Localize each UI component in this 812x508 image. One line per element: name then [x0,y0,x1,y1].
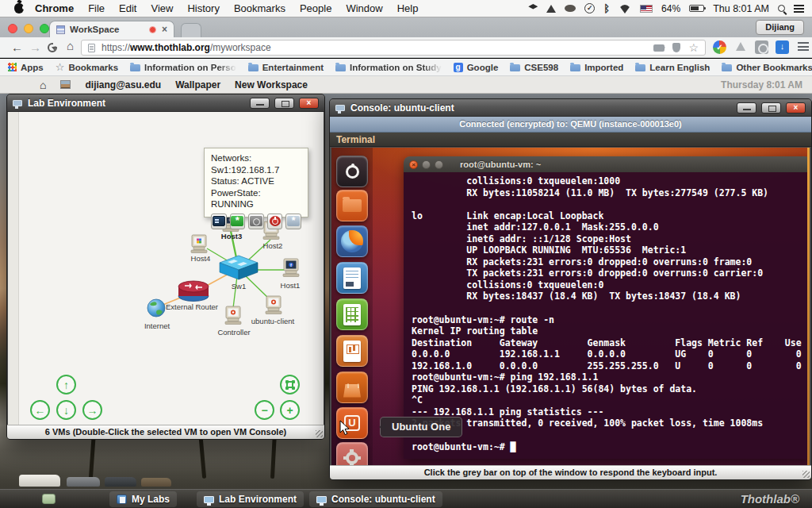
vnc-viewport[interactable]: U × root@ubuntu-vm: ~ collisions:0 txque… [331,148,810,465]
window-zoom-button[interactable] [40,24,49,33]
lab-window-titlebar[interactable]: Lab Environment × [7,94,324,112]
bookmark-star-icon[interactable]: ☆ [688,42,699,53]
terminal-titlebar[interactable]: × root@ubuntu-vm: ~ [404,156,810,172]
bookmark-folder-entertainment[interactable]: Entertainment [248,63,324,72]
firefox-icon[interactable] [336,225,368,257]
lab-maximize-button[interactable] [274,98,294,109]
bookmark-folder-learn-english[interactable]: Learn English [635,63,710,72]
address-bar[interactable]: https://www.thothlab.org/myworkspace ☆ [81,40,706,56]
lab-minimize-button[interactable] [250,98,270,109]
software-center-icon[interactable] [336,371,368,403]
apple-menu-icon[interactable] [14,3,24,13]
chrome-menu-icon[interactable] [798,42,809,51]
media-camera-icon[interactable] [653,44,665,52]
bookmark-folder-personal[interactable]: Information on Perso [130,63,236,72]
dropbox-icon[interactable] [528,4,538,13]
bookmark-folder-study[interactable]: Information on Study [335,63,442,72]
zoom-in-button[interactable]: + [280,400,300,420]
home-icon[interactable]: ⌂ [40,79,46,90]
libreoffice-impress-icon[interactable] [336,335,368,367]
terminal-minimize-icon[interactable] [422,160,431,169]
vm-suspend-button[interactable]: * [285,214,301,229]
pan-left-button[interactable]: ← [30,400,50,420]
pan-up-button[interactable]: ↑ [56,375,76,394]
files-icon[interactable] [336,190,368,221]
back-button[interactable]: ← [11,40,23,55]
bookmark-google[interactable]: gGoogle [454,63,499,72]
check-circle-icon[interactable]: ✓ [584,3,595,13]
gnome-terminal-window[interactable]: × root@ubuntu-vm: ~ collisions:0 txqueue… [404,156,810,459]
menu-file[interactable]: File [88,2,105,14]
console-maximize-button[interactable] [761,102,781,114]
extension-download-icon[interactable]: ↓ [776,40,789,54]
node-internet[interactable] [147,299,165,317]
input-language-flag-icon[interactable] [640,5,653,13]
notification-center-icon[interactable] [794,5,804,13]
connection-status-bar[interactable]: Connected (encrypted) to: QEMU (instance… [330,117,811,133]
terminal-close-icon[interactable]: × [409,160,418,169]
content-blocked-shield-icon[interactable] [672,43,680,52]
user-email[interactable]: dijiang@asu.edu [85,79,161,90]
vm-start-button[interactable]: * [230,214,246,229]
window-minimize-button[interactable] [24,24,33,33]
extension-drive-icon[interactable] [734,40,748,54]
extension-circle-icon[interactable] [755,40,768,54]
lab-close-button[interactable]: × [299,98,319,109]
node-controller[interactable] [225,306,241,325]
node-external-router[interactable] [178,281,209,302]
menu-history[interactable]: History [187,2,219,14]
terminal-maximize-icon[interactable] [435,160,443,169]
taskbar-console-ubuntu-client[interactable]: Console: ubuntu-client [309,491,442,507]
tab-workspace[interactable]: WorkSpace × [49,21,174,37]
bookmark-manager[interactable]: ☆Bookmarks [56,62,118,72]
taskbar-lab-environment[interactable]: Lab Environment [197,491,304,507]
vm-snapshot-button[interactable] [248,214,264,229]
console-close-button[interactable]: × [786,102,806,114]
lab-topology-canvas[interactable]: Sw1 Host3 Host2 [8,112,324,425]
menu-edit[interactable]: Edit [119,2,136,14]
spotlight-icon[interactable] [778,5,785,12]
battery-icon[interactable] [689,5,704,12]
taskbar-desktop-icon[interactable] [42,494,56,504]
terminal-output[interactable]: collisions:0 txqueuelen:1000 RX bytes:11… [404,172,810,459]
home-button[interactable]: ⌂ [67,39,74,52]
bookmark-folder-imported[interactable]: Imported [570,63,623,72]
wallpaper-thumbnail-icon[interactable] [60,80,71,89]
console-window-titlebar[interactable]: Console: ubuntu-client × [330,99,811,117]
menu-view[interactable]: View [151,2,173,14]
zoom-out-button[interactable]: − [255,400,274,420]
bluetooth-icon[interactable]: ᛒ [603,3,610,13]
wallpaper-link[interactable]: Wallpaper [175,79,220,90]
forward-button[interactable]: → [29,40,41,55]
fit-view-button[interactable] [280,375,300,394]
google-drive-icon[interactable] [546,5,556,13]
new-tab-button[interactable] [181,23,201,37]
window-close-button[interactable] [8,24,17,33]
console-minimize-button[interactable] [737,102,756,114]
vm-poweroff-button[interactable] [267,214,283,229]
taskbar-my-labs[interactable]: My Labs [109,491,177,507]
wifi-icon[interactable] [619,5,631,20]
pan-down-button[interactable]: ↓ [56,400,76,420]
vm-console-button[interactable] [211,214,227,229]
node-host4[interactable] [191,235,207,253]
menu-window[interactable]: Window [346,2,382,14]
menu-clock[interactable]: Thu 8:01 AM [713,3,769,14]
system-settings-icon[interactable] [336,442,368,465]
tab-close-icon[interactable]: × [162,25,167,34]
profile-button[interactable]: Dijiang [756,20,804,35]
extension-check-icon[interactable]: ✓ [713,40,726,54]
new-workspace-link[interactable]: New Workspace [235,79,308,90]
page-icon[interactable] [88,44,95,52]
node-ubuntu-client[interactable] [266,296,282,314]
pan-right-button[interactable]: → [82,400,102,420]
node-host1[interactable]: f [283,259,299,277]
menu-bookmarks[interactable]: Bookmarks [234,2,285,14]
reload-button[interactable] [48,43,57,52]
menu-people[interactable]: People [300,2,331,14]
libreoffice-calc-icon[interactable] [336,298,368,330]
other-bookmarks[interactable]: Other Bookmarks [722,63,812,72]
bookmark-folder-cse598[interactable]: CSE598 [510,63,558,72]
libreoffice-writer-icon[interactable] [336,262,368,294]
status-oval-icon[interactable] [565,5,576,12]
